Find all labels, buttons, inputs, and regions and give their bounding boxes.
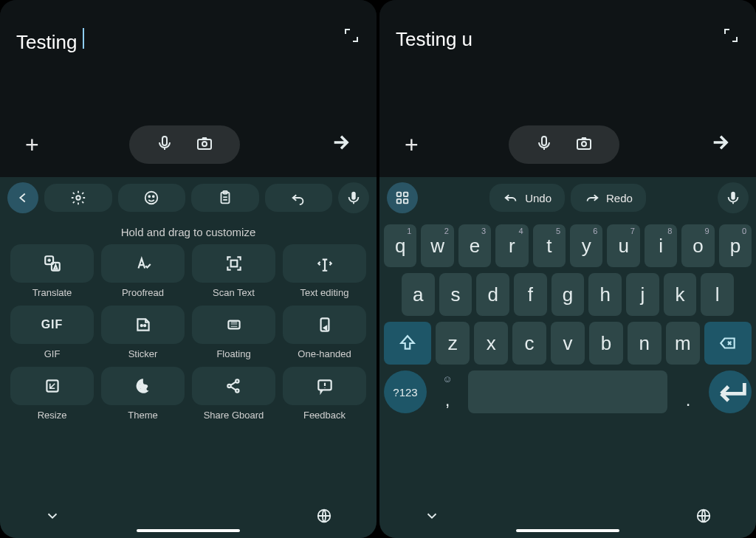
key-j[interactable]: j xyxy=(626,273,659,316)
add-button[interactable]: + xyxy=(405,131,419,159)
key-e[interactable]: e3 xyxy=(458,224,491,267)
key-q[interactable]: q1 xyxy=(384,224,416,267)
key-s[interactable]: s xyxy=(439,273,472,316)
message-input[interactable]: Testing u xyxy=(396,28,472,51)
textedit-icon xyxy=(315,254,334,273)
svg-rect-30 xyxy=(404,193,408,197)
tool-onehanded[interactable]: One-handed xyxy=(283,306,366,359)
svg-point-4 xyxy=(145,192,158,204)
scan-icon xyxy=(224,254,244,273)
collapse-icon[interactable] xyxy=(44,508,61,527)
clipboard-button[interactable] xyxy=(191,184,259,212)
key-b[interactable]: b xyxy=(589,322,623,365)
svg-point-20 xyxy=(143,389,145,391)
key-y[interactable]: y6 xyxy=(570,224,602,267)
undo-button[interactable]: Undo xyxy=(489,184,565,212)
svg-point-28 xyxy=(582,142,586,146)
emoji-button[interactable] xyxy=(118,184,186,212)
message-input[interactable]: Testing xyxy=(16,28,84,54)
svg-point-18 xyxy=(139,384,141,386)
globe-icon[interactable] xyxy=(316,508,332,527)
undo-button[interactable] xyxy=(265,184,333,212)
key-c[interactable]: c xyxy=(512,322,546,365)
tool-textedit[interactable]: Text editing xyxy=(283,244,366,298)
key-l[interactable]: l xyxy=(701,273,734,316)
compose-row: + xyxy=(0,125,377,164)
send-button[interactable] xyxy=(710,132,731,158)
toolbar: Undo Redo xyxy=(379,177,756,218)
key-r[interactable]: r4 xyxy=(495,224,528,267)
key-g[interactable]: g xyxy=(551,273,585,316)
text-cursor xyxy=(83,28,84,49)
key-p[interactable]: p0 xyxy=(719,224,752,267)
tool-feedback[interactable]: Feedback xyxy=(283,367,366,421)
tool-theme[interactable]: Theme xyxy=(101,367,185,421)
tool-share[interactable]: Share Gboard xyxy=(192,367,275,421)
key-comma[interactable]: ☺, xyxy=(431,370,464,413)
key-a[interactable]: a xyxy=(402,273,435,316)
camera-icon[interactable] xyxy=(196,134,213,155)
tool-translate[interactable]: Translate xyxy=(10,244,94,298)
send-button[interactable] xyxy=(331,132,351,158)
floating-icon xyxy=(224,315,244,334)
key-d[interactable]: d xyxy=(476,273,509,316)
mic-button[interactable] xyxy=(718,182,749,213)
camera-icon[interactable] xyxy=(575,134,593,155)
svg-point-13 xyxy=(140,325,142,326)
key-i[interactable]: i8 xyxy=(645,224,677,267)
home-indicator[interactable] xyxy=(137,529,240,532)
expand-icon[interactable] xyxy=(343,27,360,44)
key-v[interactable]: v xyxy=(551,322,585,365)
key-backspace[interactable] xyxy=(704,322,752,365)
tools-grid: Translate Proofread Scan Text Text editi… xyxy=(0,244,377,497)
svg-point-2 xyxy=(202,142,207,146)
key-x[interactable]: x xyxy=(474,322,508,365)
key-n[interactable]: n xyxy=(628,322,662,365)
mic-icon xyxy=(346,190,362,206)
key-symbols[interactable]: ?123 xyxy=(384,370,427,413)
mic-icon[interactable] xyxy=(535,134,553,155)
svg-point-19 xyxy=(140,387,142,390)
tool-gif[interactable]: GIF GIF xyxy=(10,306,94,359)
key-t[interactable]: t5 xyxy=(533,224,566,267)
key-o[interactable]: o9 xyxy=(681,224,714,267)
shift-icon xyxy=(398,334,417,353)
tool-scantext[interactable]: Scan Text xyxy=(192,244,275,298)
tool-resize[interactable]: Resize xyxy=(10,367,94,421)
clipboard-icon xyxy=(217,190,233,206)
svg-rect-29 xyxy=(397,193,402,197)
key-m[interactable]: m xyxy=(666,322,700,365)
keyboard-panel: Undo Redo q1 w2 e3 r4 t5 y6 xyxy=(379,177,756,538)
screenshot-left: Testing + xyxy=(0,0,377,538)
enter-icon xyxy=(709,370,752,413)
key-shift[interactable] xyxy=(384,322,431,365)
key-f[interactable]: f xyxy=(514,273,547,316)
key-space[interactable] xyxy=(468,370,667,413)
redo-button[interactable]: Redo xyxy=(571,184,646,212)
mic-icon[interactable] xyxy=(156,134,173,155)
key-u[interactable]: u7 xyxy=(607,224,639,267)
key-z[interactable]: z xyxy=(436,322,470,365)
svg-point-3 xyxy=(76,196,80,200)
expand-icon[interactable] xyxy=(722,27,740,44)
mic-button[interactable] xyxy=(338,182,369,213)
key-w[interactable]: w2 xyxy=(421,224,453,267)
collapse-icon[interactable] xyxy=(424,508,440,527)
settings-button[interactable] xyxy=(44,184,112,212)
add-button[interactable]: + xyxy=(25,131,39,159)
tool-proofread[interactable]: Proofread xyxy=(101,244,185,298)
back-button[interactable] xyxy=(7,182,38,213)
tool-floating[interactable]: Floating xyxy=(192,306,275,359)
home-indicator[interactable] xyxy=(516,529,619,532)
svg-rect-26 xyxy=(542,137,546,145)
globe-icon[interactable] xyxy=(695,508,712,527)
share-icon xyxy=(224,376,244,396)
key-enter[interactable] xyxy=(709,370,752,413)
key-h[interactable]: h xyxy=(588,273,622,316)
apps-button[interactable] xyxy=(387,182,418,213)
mic-icon xyxy=(725,190,741,206)
key-period[interactable]: . xyxy=(672,370,704,413)
key-k[interactable]: k xyxy=(664,273,697,316)
tool-sticker[interactable]: Sticker xyxy=(101,306,185,359)
mic-camera-pill xyxy=(509,125,619,164)
